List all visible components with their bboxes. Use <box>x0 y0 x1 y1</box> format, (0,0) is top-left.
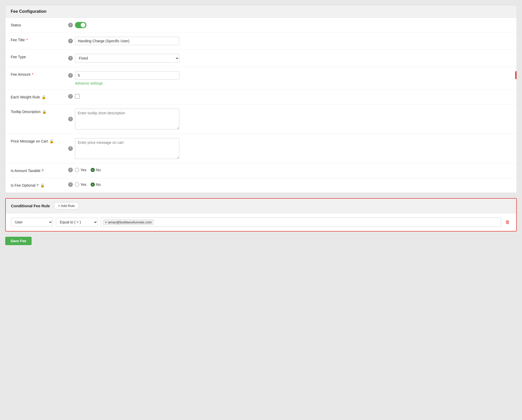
fee-title-field: ? <box>68 37 511 45</box>
is-amount-taxable-row: Is Amount Taxable ? ? Yes No <box>5 163 517 178</box>
tag-x[interactable]: × <box>105 220 107 224</box>
fee-type-label: Fee Type <box>11 54 68 59</box>
status-field: ? <box>68 22 511 28</box>
price-message-textarea[interactable] <box>75 138 179 159</box>
conditional-header: Conditional Fee Rule + Add Rule <box>6 199 516 213</box>
taxable-radio-group: Yes No <box>75 168 101 172</box>
fee-amount-field: ? Advance settings <box>68 71 511 85</box>
save-fee-section: Save Fee <box>5 237 517 245</box>
tooltip-description-row: Tooltip Description 🔒 ? <box>5 104 517 134</box>
rule-condition-select[interactable]: User Role Product Category <box>11 218 53 227</box>
fee-optional-radio-group: Yes No <box>75 182 101 187</box>
fee-type-help-icon[interactable]: ? <box>68 56 73 61</box>
rule-row: User Role Product Category Equal to ( = … <box>11 217 511 227</box>
is-fee-optional-label: Is Fee Optional ? 🔒 <box>11 182 68 187</box>
fee-configuration-card: Fee Configuration Status ? Fee Title * ? <box>5 5 517 193</box>
email-tag-container[interactable]: × aman@buildwoofunnels.com <box>101 217 501 227</box>
conditional-fee-rule-section: Conditional Fee Rule + Add Rule User Rol… <box>5 198 517 232</box>
tooltip-help-icon[interactable]: ? <box>68 117 73 121</box>
tooltip-description-label: Tooltip Description 🔒 <box>11 109 68 114</box>
tooltip-lock-icon: 🔒 <box>42 110 46 114</box>
each-weight-rule-row: Each Weight Rule 🔒 ? <box>5 90 517 104</box>
status-label: Status <box>11 22 68 27</box>
taxable-no-label[interactable]: No <box>91 168 101 172</box>
conditional-title: Conditional Fee Rule <box>11 204 50 208</box>
status-row: Status ? <box>5 18 517 33</box>
fee-optional-yes-label[interactable]: Yes <box>75 182 86 187</box>
weight-lock-icon: 🔒 <box>42 95 46 99</box>
fee-amount-input[interactable] <box>75 71 179 80</box>
tooltip-description-textarea[interactable] <box>75 109 179 129</box>
fee-type-row: Fee Type ? Fixed Percentage <box>5 50 517 67</box>
taxable-yes-label[interactable]: Yes <box>75 168 86 172</box>
fee-title-label: Fee Title * <box>11 37 68 42</box>
price-message-row: Price Message on Cart 🔒 ? <box>5 134 517 163</box>
fee-amount-row: Fee Amount * ? <box>5 67 517 90</box>
weight-help-icon[interactable]: ? <box>68 94 73 99</box>
fee-amount-label: Fee Amount * <box>11 71 68 76</box>
fee-title-row: Fee Title * ? <box>5 33 517 50</box>
status-toggle[interactable] <box>75 22 86 28</box>
conditional-body: User Role Product Category Equal to ( = … <box>6 213 516 231</box>
rule-operator-select[interactable]: Equal to ( = ) Not equal to Greater than… <box>56 218 98 227</box>
each-weight-rule-field: ? <box>68 94 511 99</box>
page-title: Fee Configuration <box>11 9 511 14</box>
fee-optional-help-icon[interactable]: ? <box>68 182 73 187</box>
card-header: Fee Configuration <box>5 5 517 18</box>
fee-type-field: ? Fixed Percentage <box>68 54 511 63</box>
price-message-field: ? <box>68 138 511 159</box>
fee-optional-no-label[interactable]: No <box>91 182 101 187</box>
arrow-annotation <box>515 67 517 83</box>
email-tag: × aman@buildwoofunnels.com <box>103 220 154 225</box>
fee-amount-help-icon[interactable]: ? <box>68 73 73 78</box>
is-amount-taxable-field: ? Yes No <box>68 168 511 172</box>
taxable-no-radio[interactable] <box>91 168 95 172</box>
price-message-help-icon[interactable]: ? <box>68 146 73 151</box>
fee-optional-yes-radio[interactable] <box>75 182 79 187</box>
is-fee-optional-row: Is Fee Optional ? 🔒 ? Yes No <box>5 178 517 193</box>
status-help-icon[interactable]: ? <box>68 23 73 27</box>
fee-optional-no-radio[interactable] <box>91 182 95 187</box>
fee-title-help-icon[interactable]: ? <box>68 39 73 43</box>
each-weight-rule-checkbox[interactable] <box>75 94 80 99</box>
price-lock-icon: 🔒 <box>49 139 54 143</box>
tooltip-description-field: ? <box>68 109 511 129</box>
add-rule-button[interactable]: + Add Rule <box>54 202 79 209</box>
fee-type-select[interactable]: Fixed Percentage <box>75 54 179 63</box>
price-message-label: Price Message on Cart 🔒 <box>11 138 68 143</box>
each-weight-rule-label: Each Weight Rule 🔒 <box>11 94 68 99</box>
is-amount-taxable-label: Is Amount Taxable ? <box>11 168 68 173</box>
advance-settings-link[interactable]: Advance settings <box>75 81 103 85</box>
save-fee-button[interactable]: Save Fee <box>5 237 32 245</box>
fee-optional-lock-icon: 🔒 <box>40 183 45 187</box>
is-fee-optional-field: ? Yes No <box>68 182 511 187</box>
taxable-help-icon[interactable]: ? <box>68 168 73 172</box>
taxable-yes-radio[interactable] <box>75 168 79 172</box>
fee-title-input[interactable] <box>75 37 179 45</box>
delete-rule-button[interactable]: 🗑 <box>504 218 511 226</box>
